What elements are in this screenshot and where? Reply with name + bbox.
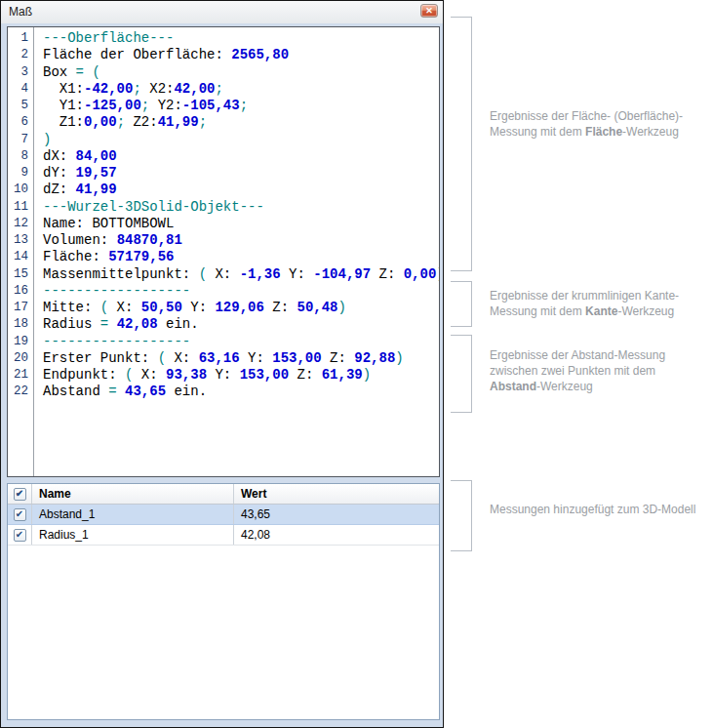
annotation-text: -Werkzeug xyxy=(536,380,593,393)
bracket xyxy=(451,281,472,327)
line-number: 17 xyxy=(8,300,33,316)
editor-line: 7) xyxy=(8,132,439,148)
titlebar[interactable]: Maß ✕ xyxy=(1,1,443,23)
editor-line: 18Radius = 42,08 ein. xyxy=(8,316,439,333)
row-checkbox[interactable]: ✔ xyxy=(14,508,26,521)
line-number: 10 xyxy=(8,182,33,198)
editor-line-text: Z1:0,00; Z2:41,99; xyxy=(33,114,207,131)
line-number: 3 xyxy=(8,64,33,81)
line-number: 12 xyxy=(8,216,33,232)
editor-line: 21Endpunkt: ( X: 93,38 Y: 153,00 Z: 61,3… xyxy=(8,367,439,384)
editor-line-text: Box = ( xyxy=(33,64,100,81)
row-checkbox[interactable]: ✔ xyxy=(14,529,26,542)
line-number: 15 xyxy=(8,266,33,283)
close-icon[interactable]: ✕ xyxy=(420,4,438,18)
editor-line-text: Mitte: ( X: 50,50 Y: 129,06 Z: 50,48) xyxy=(33,300,346,316)
line-number: 14 xyxy=(8,249,33,265)
editor-line-text: Massenmittelpunkt: ( X: -1,36 Y: -104,97… xyxy=(33,266,440,283)
measure-output-textbox[interactable]: 1---Oberfläche---2Fläche der Oberfläche:… xyxy=(7,26,440,477)
table-row[interactable]: ✔Radius_142,08 xyxy=(8,525,439,546)
annotation-text: Messungen hinzugefügt zum 3D-Modell xyxy=(490,503,695,516)
row-checkbox-cell: ✔ xyxy=(8,525,32,545)
editor-line: 22Abstand = 43,65 ein. xyxy=(8,384,439,400)
check-icon: ✔ xyxy=(16,489,23,499)
check-icon: ✔ xyxy=(16,530,23,540)
column-header-name[interactable]: Name xyxy=(32,484,234,504)
annotation-abstand: Ergebnisse der Abstand-Messung zwischen … xyxy=(490,347,665,394)
annotation-text: Messung mit dem xyxy=(490,125,585,139)
line-number: 2 xyxy=(8,47,33,63)
editor-line-text: Y1:-125,00; Y2:-105,43; xyxy=(33,98,248,114)
editor-line: 9dY: 19,57 xyxy=(8,165,439,182)
measurements-table: ✔ Name Wert ✔Abstand_143,65✔Radius_142,0… xyxy=(7,483,440,720)
editor-line-text: Volumen: 84870,81 xyxy=(33,232,182,249)
line-number: 5 xyxy=(8,98,33,114)
annotation-bold-text: Fläche xyxy=(585,125,622,139)
line-number: 22 xyxy=(8,384,33,400)
bracket xyxy=(451,480,472,551)
annotation-text: -Werkzeug xyxy=(622,125,679,139)
editor-line-text: Abstand = 43,65 ein. xyxy=(33,384,207,400)
header-checkbox[interactable]: ✔ xyxy=(14,488,26,501)
row-checkbox-cell: ✔ xyxy=(8,505,32,524)
annotation-text: Ergebnisse der Fläche- (Oberfläche)- xyxy=(490,109,683,123)
editor-line: 2Fläche der Oberfläche: 2565,80 xyxy=(8,47,439,63)
table-header-row: ✔ Name Wert xyxy=(8,484,439,505)
editor-line-text: Name: BOTTOMBOWL xyxy=(33,216,174,232)
measurement-name: Radius_1 xyxy=(32,525,234,545)
editor-line: 12Name: BOTTOMBOWL xyxy=(8,216,439,232)
editor-line: 10dZ: 41,99 xyxy=(8,182,439,198)
line-number: 19 xyxy=(8,334,33,350)
measurement-value: 42,08 xyxy=(234,525,439,545)
header-checkbox-cell: ✔ xyxy=(8,484,32,504)
line-number: 13 xyxy=(8,232,33,249)
annotation-text: Ergebnisse der krummlinigen Kante- xyxy=(490,289,679,303)
column-header-wert[interactable]: Wert xyxy=(234,484,439,504)
bracket xyxy=(451,335,472,413)
line-number: 1 xyxy=(8,30,33,47)
bracket xyxy=(451,17,472,271)
editor-line: 11---Wurzel-3DSolid-Objekt--- xyxy=(8,199,439,216)
editor-line-text: Erster Punkt: ( X: 63,16 Y: 153,00 Z: 92… xyxy=(33,350,404,367)
annotation-bold-text: Kante xyxy=(585,304,617,318)
table-body: ✔Abstand_143,65✔Radius_142,08 xyxy=(8,505,439,546)
annotation-bold-text: Abstand xyxy=(490,380,536,393)
window-title: Maß xyxy=(9,5,32,19)
editor-line-text: X1:-42,00; X2:42,00; xyxy=(33,81,223,98)
table-row[interactable]: ✔Abstand_143,65 xyxy=(8,505,439,525)
editor-line-text: dY: 19,57 xyxy=(33,165,117,182)
editor-line: 16------------------ xyxy=(8,283,439,300)
annotation-text: Messung mit dem xyxy=(490,304,585,318)
editor-line: 1---Oberfläche--- xyxy=(8,30,439,47)
measurement-value: 43,65 xyxy=(234,505,439,524)
measurement-name: Abstand_1 xyxy=(32,505,234,524)
editor-line-text: Endpunkt: ( X: 93,38 Y: 153,00 Z: 61,39) xyxy=(33,367,371,384)
line-number: 8 xyxy=(8,148,33,165)
line-number: 18 xyxy=(8,316,33,333)
line-number: 7 xyxy=(8,132,33,148)
editor-line: 17Mitte: ( X: 50,50 Y: 129,06 Z: 50,48) xyxy=(8,300,439,316)
annotation-text: zwischen zwei Punkten mit dem xyxy=(490,364,655,378)
editor-line: 5 Y1:-125,00; Y2:-105,43; xyxy=(8,98,439,114)
editor-line-text: Radius = 42,08 ein. xyxy=(33,316,199,333)
line-number: 4 xyxy=(8,81,33,98)
editor-line: 3Box = ( xyxy=(8,64,439,81)
annotation-3d-modell: Messungen hinzugefügt zum 3D-Modell xyxy=(490,502,695,517)
editor-line-text: Fläche der Oberfläche: 2565,80 xyxy=(33,47,289,63)
editor-line-text: ---Oberfläche--- xyxy=(33,30,174,47)
editor-line-text: ---Wurzel-3DSolid-Objekt--- xyxy=(33,199,264,216)
check-icon: ✔ xyxy=(16,509,23,519)
annotation-text: Ergebnisse der Abstand-Messung xyxy=(490,348,665,362)
editor-line: 4 X1:-42,00; X2:42,00; xyxy=(8,81,439,98)
editor-line: 8dX: 84,00 xyxy=(8,148,439,165)
editor-line-text: ------------------ xyxy=(33,283,190,300)
line-number: 9 xyxy=(8,165,33,182)
line-number: 20 xyxy=(8,350,33,367)
line-number: 21 xyxy=(8,367,33,384)
measure-dialog: Maß ✕ 1---Oberfläche---2Fläche der Oberf… xyxy=(0,0,444,728)
editor-line: 19------------------ xyxy=(8,334,439,350)
editor-line: 13Volumen: 84870,81 xyxy=(8,232,439,249)
editor-lines: 1---Oberfläche---2Fläche der Oberfläche:… xyxy=(8,30,439,401)
annotation-kante: Ergebnisse der krummlinigen Kante- Messu… xyxy=(490,288,679,319)
annotation-flaeche: Ergebnisse der Fläche- (Oberfläche)- Mes… xyxy=(490,108,683,140)
